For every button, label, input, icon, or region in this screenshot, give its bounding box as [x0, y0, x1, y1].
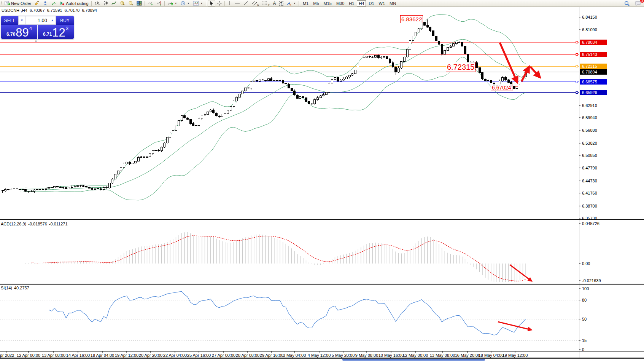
shapes-tool-button[interactable]: ▼ — [285, 0, 297, 6]
timeframe-mn-button[interactable]: MN — [388, 0, 398, 6]
tile-windows-button[interactable] — [135, 0, 143, 6]
price-tick-label: 6.59940 — [582, 115, 597, 120]
candle-body — [106, 187, 108, 188]
price-annotation-mid[interactable]: 6.72315 — [446, 62, 475, 72]
candle-body — [401, 61, 402, 68]
horizontal-line-icon — [235, 1, 240, 6]
volume-increase-button[interactable]: ▲ — [49, 16, 56, 25]
mt4-window: 6.841506.810906.629106.599406.568806.538… — [0, 0, 644, 361]
timeframe-w1-button[interactable]: W1 — [377, 0, 387, 6]
price-annotation-high[interactable]: 6.83622 — [400, 15, 423, 23]
channel-tool-button[interactable]: E — [250, 0, 261, 6]
add-indicator-button[interactable]: ▼ — [166, 0, 179, 6]
sell-button[interactable]: SELL — [1, 16, 18, 25]
time-tick-label: 5 May 20:00 — [332, 353, 355, 358]
chart-shift-button[interactable] — [155, 0, 163, 6]
trendline-tool-button[interactable] — [242, 0, 250, 6]
candle-body — [172, 130, 174, 133]
chevron-up-icon: ▲ — [51, 19, 54, 22]
line-chart-button[interactable] — [110, 0, 118, 6]
bar-chart-button[interactable] — [93, 0, 102, 6]
candle-body — [42, 190, 44, 190]
arrows-icon — [286, 1, 292, 6]
candle-body — [2, 190, 3, 191]
vertical-line-tool-button[interactable] — [226, 0, 233, 6]
candle-body — [126, 162, 128, 164]
candle-body — [71, 187, 73, 187]
price-tick-label: 6.56880 — [582, 128, 597, 133]
buy-button[interactable]: BUY — [56, 16, 74, 25]
volume-input[interactable] — [25, 16, 49, 25]
timeframe-h1-button[interactable]: H1 — [347, 0, 356, 6]
auto-scroll-button[interactable] — [146, 0, 155, 6]
line-anchor-handle[interactable] — [576, 65, 578, 67]
timeframe-m5-button[interactable]: M5 — [311, 0, 321, 6]
one-click-trading-panel: SELL ▼ ▲ BUY 6.70 89 4 6.71 12 3 ▲ — [1, 16, 74, 39]
trend-arrow[interactable] — [498, 322, 530, 329]
new-order-button[interactable]: New Order — [3, 0, 33, 6]
candle-body — [447, 48, 448, 50]
horizontal-line-tool-button[interactable] — [233, 0, 242, 6]
cursor-tool-button[interactable] — [208, 0, 215, 6]
candle-body — [348, 75, 350, 77]
toolbar-grip[interactable] — [1, 1, 2, 6]
line-anchor-handle[interactable] — [576, 42, 578, 43]
chat-button[interactable]: 1 — [633, 0, 642, 6]
person-button[interactable] — [41, 0, 49, 6]
line-anchor-handle[interactable] — [576, 92, 578, 94]
candle-body — [311, 104, 313, 104]
candlestick-chart-button[interactable] — [102, 0, 110, 6]
antenna-button[interactable] — [49, 0, 58, 6]
symbol-ohlc-line: USDCNH-,H46.703676.715916.701706.70894 — [2, 8, 99, 13]
search-button[interactable] — [623, 0, 631, 6]
text-tool-button[interactable]: A — [271, 0, 277, 6]
new-order-label: New Order — [11, 1, 31, 6]
time-tick-label: 18 May 04:00 — [479, 353, 504, 358]
brush-button[interactable] — [33, 0, 41, 6]
trend-arrow[interactable] — [500, 43, 517, 80]
channel-icon — [251, 1, 257, 6]
panel-collapse-arrow[interactable]: ▲ — [35, 39, 37, 42]
volume-decrease-button[interactable]: ▼ — [18, 16, 25, 25]
candle-body — [279, 80, 281, 80]
zoom-in-button[interactable] — [118, 0, 127, 6]
crosshair-tool-button[interactable] — [215, 0, 223, 6]
chevron-down-icon: ▼ — [187, 2, 190, 5]
chevron-down-icon: ▼ — [293, 2, 296, 5]
line-anchor-handle[interactable] — [576, 81, 578, 83]
candle-body — [65, 187, 67, 189]
chart-canvas[interactable]: 6.841506.810906.629106.599406.568806.538… — [0, 0, 644, 361]
timeframe-m30-button[interactable]: M30 — [334, 0, 346, 6]
templates-button[interactable]: ▼ — [191, 0, 205, 6]
timeframe-m1-button[interactable]: M1 — [301, 0, 310, 6]
zoom-out-button[interactable] — [127, 0, 135, 6]
line-anchor-handle[interactable] — [576, 54, 578, 56]
candle-body — [372, 57, 374, 57]
sell-price[interactable]: 6.70 89 4 — [1, 25, 37, 39]
horizontal-scrollbar[interactable] — [342, 359, 485, 361]
candle-body — [455, 42, 457, 44]
buy-price[interactable]: 6.71 12 3 — [38, 25, 74, 39]
price-annotation-low[interactable]: 6.67024 — [491, 84, 512, 91]
candle-body — [395, 67, 397, 72]
timeframe-d1-button[interactable]: D1 — [367, 0, 376, 6]
timeframe-h4-button[interactable]: H4 — [357, 0, 366, 6]
label-tool-button[interactable]: T — [278, 0, 285, 6]
chart-shift-icon — [156, 1, 162, 6]
price-tick-label: 6.84150 — [582, 15, 597, 19]
candle-body — [276, 80, 278, 80]
macd-indicator — [25, 232, 526, 283]
autotrading-button[interactable]: AutoTrading — [58, 0, 90, 6]
brush-icon — [34, 1, 40, 6]
rsi-tick-label: 80 — [582, 298, 587, 302]
price-tag-label: 6.65929 — [582, 90, 597, 95]
candle-body — [450, 46, 452, 48]
fibonacci-tool-button[interactable]: F — [261, 0, 271, 6]
time-tick-label: 19 May 12:00 — [502, 353, 528, 358]
candle-body — [152, 151, 154, 154]
periods-button[interactable]: ▼ — [179, 0, 191, 6]
autotrading-label: AutoTrading — [66, 1, 89, 6]
timeframe-m15-button[interactable]: M15 — [322, 0, 334, 6]
arrow-head[interactable] — [527, 327, 533, 331]
candle-body — [363, 58, 365, 61]
